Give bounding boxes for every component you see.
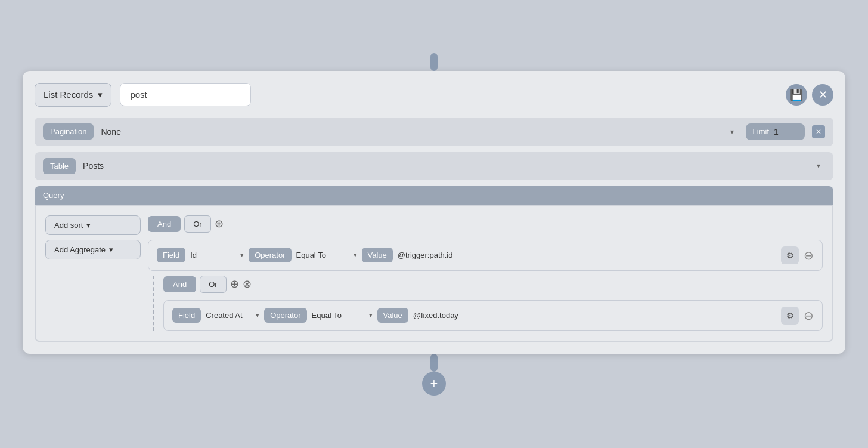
header-left: List Records ▾: [35, 83, 251, 107]
remove-nested-button[interactable]: ⊗: [243, 277, 252, 291]
operator-label-1: Operator: [249, 248, 291, 262]
field-select-wrapper-2: Id Title Body Created At Updated At ▾: [206, 311, 259, 320]
limit-input[interactable]: [774, 127, 798, 137]
value-label-2: Value: [377, 308, 408, 323]
limit-group: Limit: [746, 123, 805, 140]
operator-select-2[interactable]: Equal To Not Equal To Greater Than Less …: [312, 311, 369, 320]
top-and-or-group: And Or ⊕: [148, 215, 823, 233]
field-select-wrapper-1: Id Title Body Created At Updated At ▾: [190, 251, 244, 259]
table-select-wrapper: Posts Users Comments ▾: [83, 161, 825, 171]
query-body: Add sort ▾ Add Aggregate ▾ And Or ⊕: [35, 205, 833, 342]
pagination-label: Pagination: [43, 123, 94, 140]
value-label-1: Value: [362, 248, 393, 262]
field-select-2[interactable]: Id Title Body Created At Updated At: [206, 311, 256, 320]
pagination-select-wrapper: None Cursor Offset ▾: [101, 127, 738, 137]
list-records-chevron-icon: ▾: [98, 89, 103, 100]
and-button-nested[interactable]: And: [163, 276, 196, 292]
pagination-select[interactable]: None Cursor Offset: [101, 127, 738, 137]
table-label: Table: [43, 158, 76, 174]
header-row: List Records ▾ 💾 ✕: [35, 83, 833, 107]
add-sort-label: Add sort: [54, 221, 83, 230]
query-header-label: Query: [35, 186, 833, 205]
operator-label-2: Operator: [264, 308, 306, 323]
query-right: And Or ⊕ Field Id Title Body Created A: [148, 215, 823, 331]
nested-filter-section: And Or ⊕ ⊗ Field Id Title: [153, 276, 823, 331]
limit-label: Limit: [753, 127, 769, 136]
list-records-label: List Records: [44, 89, 93, 100]
operator-select-wrapper-2: Equal To Not Equal To Greater Than Less …: [312, 311, 373, 320]
or-button-nested[interactable]: Or: [200, 276, 226, 293]
header-actions: 💾 ✕: [786, 84, 833, 106]
gear-button-1[interactable]: ⚙: [781, 246, 799, 264]
operator-select-1[interactable]: Equal To Not Equal To Greater Than Less …: [296, 251, 354, 259]
add-node-button[interactable]: +: [422, 372, 446, 396]
page-wrapper: List Records ▾ 💾 ✕ Pagination None C: [0, 0, 868, 448]
add-filter-button-top[interactable]: ⊕: [215, 217, 224, 230]
field-chevron-icon-2: ▾: [256, 311, 259, 319]
value-input-2[interactable]: [413, 311, 776, 320]
bottom-connector: [430, 354, 438, 372]
add-sort-chevron-icon: ▾: [86, 221, 91, 230]
operator-chevron-icon-2: ▾: [369, 311, 373, 319]
remove-filter-button-2[interactable]: ⊖: [804, 308, 814, 323]
filter-row-1: Field Id Title Body Created At Updated A…: [148, 240, 823, 271]
add-aggregate-button[interactable]: Add Aggregate ▾: [45, 240, 141, 259]
nested-and-or-group: And Or ⊕ ⊗: [163, 276, 823, 293]
main-card: List Records ▾ 💾 ✕ Pagination None C: [23, 71, 845, 354]
add-aggregate-chevron-icon: ▾: [109, 245, 113, 254]
save-button[interactable]: 💾: [786, 84, 807, 106]
field-select-1[interactable]: Id Title Body Created At Updated At: [190, 251, 240, 259]
close-icon: ✕: [819, 88, 827, 101]
or-button-top[interactable]: Or: [184, 215, 210, 233]
limit-clear-button[interactable]: ✕: [812, 125, 825, 138]
add-aggregate-label: Add Aggregate: [54, 245, 106, 254]
field-label-2: Field: [172, 308, 201, 323]
close-button[interactable]: ✕: [812, 84, 833, 106]
field-chevron-icon-1: ▾: [240, 251, 244, 259]
plus-icon: +: [430, 376, 438, 391]
add-filter-button-nested[interactable]: ⊕: [230, 277, 239, 291]
post-input[interactable]: [120, 83, 251, 106]
pagination-row: Pagination None Cursor Offset ▾ Limit ✕: [35, 118, 833, 146]
save-icon: 💾: [790, 88, 803, 101]
operator-select-wrapper-1: Equal To Not Equal To Greater Than Less …: [296, 251, 357, 259]
query-left-buttons: Add sort ▾ Add Aggregate ▾: [45, 215, 141, 331]
operator-chevron-icon-1: ▾: [354, 251, 357, 259]
table-select[interactable]: Posts Users Comments: [83, 161, 825, 171]
list-records-button[interactable]: List Records ▾: [35, 83, 111, 107]
value-input-1[interactable]: [398, 251, 776, 259]
top-connector: [430, 53, 438, 71]
query-section: Query Add sort ▾ Add Aggregate ▾: [35, 186, 833, 342]
add-sort-button[interactable]: Add sort ▾: [45, 215, 141, 235]
gear-button-2[interactable]: ⚙: [781, 307, 799, 325]
filter-row-2: Field Id Title Body Created At Updated A…: [163, 300, 823, 331]
field-label-1: Field: [157, 248, 185, 262]
and-button-top[interactable]: And: [148, 216, 181, 232]
remove-filter-button-1[interactable]: ⊖: [804, 248, 814, 262]
table-row: Table Posts Users Comments ▾: [35, 152, 833, 180]
